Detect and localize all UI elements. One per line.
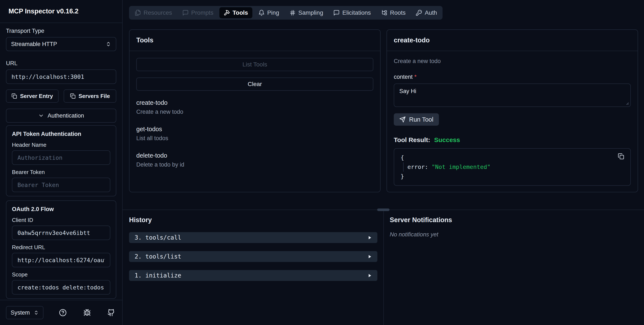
tab-label: Prompts <box>191 9 214 16</box>
content-field-wrap: Say Hi <box>394 84 631 107</box>
run-tool-panel-title: create-todo <box>394 36 430 44</box>
debug-button[interactable] <box>82 308 92 317</box>
tab-tools[interactable]: Tools <box>219 7 252 18</box>
json-key: error: <box>408 164 428 170</box>
server-notifications-title: Server Notifications <box>390 216 638 224</box>
tool-item-delete-todo[interactable]: delete-todo Delete a todo by id <box>136 152 373 168</box>
chevron-down-icon <box>38 113 44 119</box>
tab-resources[interactable]: Resources <box>130 7 176 18</box>
history-item[interactable]: 3. tools/call <box>129 232 377 243</box>
header-name-input[interactable] <box>12 150 110 165</box>
copy-result-button[interactable] <box>617 152 625 160</box>
tool-name: create-todo <box>136 99 373 106</box>
sidebar: MCP Inspector v0.16.2 Transport Type Str… <box>0 0 123 325</box>
expand-play-icon <box>368 236 372 240</box>
transport-type-label: Transport Type <box>6 27 116 34</box>
authentication-toggle-label: Authentication <box>48 112 84 119</box>
header-name-label: Header Name <box>12 142 110 148</box>
expand-play-icon <box>368 254 372 259</box>
run-tool-button[interactable]: Run Tool <box>394 113 439 126</box>
bell-icon <box>258 10 265 16</box>
theme-select[interactable]: System <box>6 306 44 319</box>
tab-label: Ping <box>267 9 279 16</box>
clear-tools-button[interactable]: Clear <box>136 78 373 91</box>
content-field-label: content * <box>394 73 631 80</box>
server-entry-button[interactable]: Server Entry <box>6 90 58 103</box>
splitter-handle[interactable] <box>377 208 390 211</box>
tool-description-text: Create a new todo <box>394 58 631 65</box>
redirect-url-label: Redirect URL <box>12 244 110 251</box>
tab-auth[interactable]: Auth <box>412 7 441 18</box>
copy-icon <box>70 93 76 99</box>
copy-icon <box>618 153 624 160</box>
bug-icon <box>83 309 91 316</box>
server-notifications-panel: Server Notifications No notifications ye… <box>383 210 644 325</box>
client-id-input[interactable] <box>12 226 110 240</box>
tool-item-get-todos[interactable]: get-todos List all todos <box>136 125 373 142</box>
api-token-card: API Token Authentication Header Name Bea… <box>6 125 116 196</box>
tab-prompts[interactable]: Prompts <box>178 7 218 18</box>
tab-label: Resources <box>144 9 172 16</box>
transport-type-value: Streamable HTTP <box>11 41 57 48</box>
json-error-line: error: "Not implemented" <box>403 162 624 172</box>
hash-icon <box>290 10 296 16</box>
tab-sampling[interactable]: Sampling <box>285 7 328 18</box>
help-icon <box>59 309 67 316</box>
tools-panel-body: List Tools Clear create-todo Create a ne… <box>130 51 380 192</box>
tool-item-create-todo[interactable]: create-todo Create a new todo <box>136 99 373 116</box>
tab-label: Roots <box>390 9 406 16</box>
app-title: MCP Inspector v0.16.2 <box>8 8 78 15</box>
servers-file-button[interactable]: Servers File <box>64 90 116 103</box>
tab-bar: Resources Prompts Tools Ping Sampling El… <box>129 6 442 20</box>
tool-name: delete-todo <box>136 152 373 159</box>
tool-result-status: Success <box>434 136 460 143</box>
content-textarea[interactable]: Say Hi <box>394 84 631 107</box>
hammer-icon <box>224 10 230 16</box>
url-label: URL <box>6 60 116 67</box>
redirect-url-input[interactable] <box>12 253 110 267</box>
field-name: content <box>394 73 413 80</box>
github-button[interactable] <box>106 308 116 317</box>
tab-roots[interactable]: Roots <box>377 7 410 18</box>
tool-description: Delete a todo by id <box>136 161 373 168</box>
tool-result-heading: Tool Result: Success <box>394 136 631 144</box>
key-icon <box>416 10 422 16</box>
history-item-label: 3. tools/call <box>134 234 181 241</box>
scope-label: Scope <box>12 271 110 278</box>
tools-panel-title: Tools <box>136 36 153 44</box>
main-content: Resources Prompts Tools Ping Sampling El… <box>123 0 644 325</box>
transport-type-select[interactable]: Streamable HTTP <box>6 37 116 51</box>
chevrons-up-down-icon <box>34 310 39 315</box>
tab-label: Elicitations <box>342 9 371 16</box>
tab-ping[interactable]: Ping <box>254 7 284 18</box>
no-notifications-text: No notifications yet <box>390 231 638 238</box>
tab-elicitations[interactable]: Elicitations <box>329 7 375 18</box>
chevrons-up-down-icon <box>106 41 111 47</box>
history-item-label: 2. tools/list <box>134 253 181 260</box>
help-button[interactable] <box>58 308 68 317</box>
tool-name: get-todos <box>136 125 373 133</box>
message-square-icon <box>333 10 340 16</box>
authentication-toggle[interactable]: Authentication <box>6 108 116 123</box>
history-item[interactable]: 2. tools/list <box>129 251 377 262</box>
bottom-area: History 3. tools/call 2. tools/list 1. i… <box>123 210 644 325</box>
theme-select-value: System <box>11 310 30 316</box>
oauth-flow-title: OAuth 2.0 Flow <box>12 206 110 213</box>
tool-result-label: Tool Result: <box>394 136 430 143</box>
list-tools-button[interactable]: List Tools <box>136 58 373 71</box>
send-icon <box>399 116 406 123</box>
tab-label: Tools <box>232 9 248 16</box>
scope-input[interactable] <box>12 280 110 294</box>
history-item[interactable]: 1. initialize <box>129 270 377 281</box>
run-tool-panel-header: create-todo <box>387 30 638 51</box>
history-title: History <box>129 216 377 224</box>
tools-panel-header: Tools <box>130 30 380 51</box>
tools-panel: Tools List Tools Clear create-todo Creat… <box>129 30 380 192</box>
tab-label: Auth <box>425 9 437 16</box>
bearer-token-input[interactable] <box>12 178 110 192</box>
api-token-title: API Token Authentication <box>12 130 110 138</box>
message-square-icon <box>182 10 189 16</box>
url-input[interactable] <box>6 70 116 84</box>
run-tool-panel-body: Create a new todo content * Say Hi Run T… <box>387 51 638 192</box>
history-item-label: 1. initialize <box>134 272 181 279</box>
